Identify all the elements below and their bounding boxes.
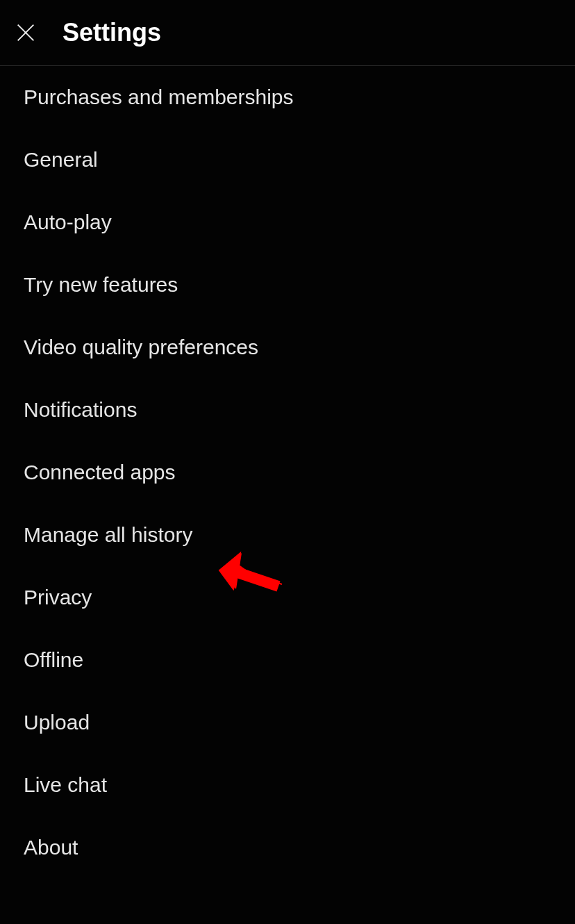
settings-item-label: Privacy [24, 586, 92, 609]
settings-item-label: Connected apps [24, 461, 176, 484]
settings-item-live-chat[interactable]: Live chat [0, 754, 575, 816]
settings-item-manage-history[interactable]: Manage all history [0, 504, 575, 566]
page-title: Settings [62, 18, 161, 47]
settings-item-connected-apps[interactable]: Connected apps [0, 441, 575, 504]
settings-item-label: About [24, 836, 78, 859]
settings-item-label: Manage all history [24, 523, 192, 546]
settings-item-privacy[interactable]: Privacy [0, 566, 575, 629]
settings-item-label: Try new features [24, 273, 178, 296]
settings-item-upload[interactable]: Upload [0, 691, 575, 754]
settings-item-about[interactable]: About [0, 816, 575, 879]
settings-item-notifications[interactable]: Notifications [0, 379, 575, 441]
settings-item-label: Live chat [24, 773, 107, 796]
settings-item-label: Video quality preferences [24, 336, 258, 358]
settings-item-offline[interactable]: Offline [0, 629, 575, 691]
settings-item-new-features[interactable]: Try new features [0, 254, 575, 316]
settings-item-general[interactable]: General [0, 129, 575, 191]
settings-item-label: Offline [24, 648, 83, 671]
settings-item-purchases[interactable]: Purchases and memberships [0, 66, 575, 129]
settings-item-autoplay[interactable]: Auto-play [0, 191, 575, 254]
settings-list: Purchases and memberships General Auto-p… [0, 66, 575, 879]
settings-item-label: Auto-play [24, 211, 112, 233]
header: Settings [0, 0, 575, 66]
settings-item-label: Purchases and memberships [24, 85, 294, 108]
settings-item-label: Notifications [24, 398, 137, 421]
settings-item-label: Upload [24, 711, 90, 734]
settings-item-label: General [24, 148, 98, 171]
settings-item-video-quality[interactable]: Video quality preferences [0, 316, 575, 379]
close-icon[interactable] [14, 21, 38, 44]
